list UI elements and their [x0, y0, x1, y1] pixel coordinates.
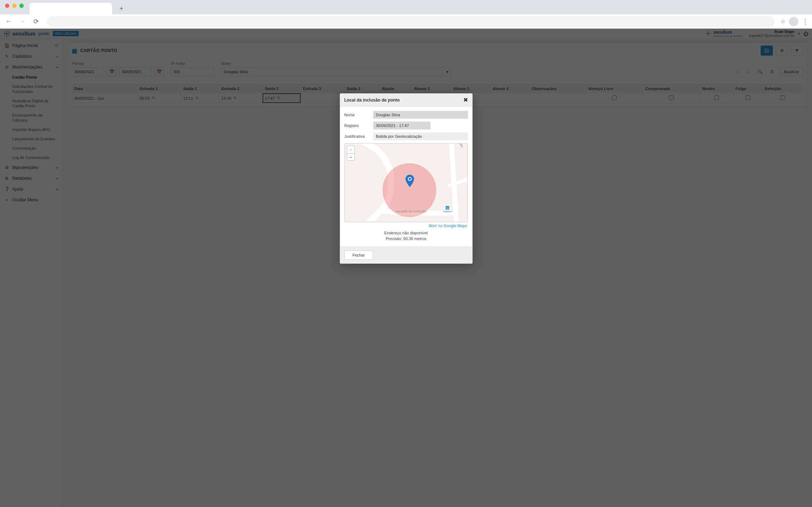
- browser-tab[interactable]: [29, 3, 112, 14]
- window-max-dot[interactable]: [19, 4, 24, 8]
- browser-menu-icon[interactable]: ⋮: [802, 18, 808, 25]
- window-controls: [4, 0, 27, 14]
- reload-button[interactable]: ⟳: [31, 17, 41, 27]
- field-registro-value: 30/09/2021 - 17:47: [373, 122, 431, 130]
- accuracy-circle: [382, 163, 436, 217]
- window-min-dot[interactable]: [12, 4, 17, 8]
- zoom-in-button[interactable]: +: [347, 146, 354, 153]
- modal-overlay: Local da inclusão de ponto ✖ Nome Dougla…: [0, 29, 812, 507]
- modal-title: Local da inclusão de ponto: [344, 98, 400, 103]
- close-icon[interactable]: ✖: [463, 97, 468, 103]
- map-zoom-control: + −: [347, 146, 355, 161]
- bus-icon: 🚌: [446, 206, 449, 210]
- bookmark-icon[interactable]: ☆: [780, 18, 785, 25]
- field-nome-label: Nome: [344, 113, 370, 117]
- bus-stop-marker: 🚌 Valetec: [443, 206, 452, 213]
- address-line2: Precisão: 50.38 metros: [344, 236, 468, 241]
- map[interactable]: + − Alameda da Inovação Avenida Edgar 🚌 …: [344, 143, 468, 222]
- zoom-out-button[interactable]: −: [347, 153, 354, 160]
- browser-tabbar: +: [0, 0, 812, 14]
- map-marker-icon: [405, 174, 414, 187]
- map-road-label: Alameda da Inovação: [395, 210, 426, 213]
- fechar-button[interactable]: Fechar: [344, 250, 373, 260]
- address-bar[interactable]: [47, 16, 775, 27]
- field-nome-value: Douglas Silva: [373, 111, 468, 119]
- forward-button[interactable]: →: [17, 17, 27, 27]
- profile-avatar[interactable]: [789, 17, 798, 26]
- modal-local-inclusao: Local da inclusão de ponto ✖ Nome Dougla…: [340, 93, 473, 264]
- open-google-maps-link[interactable]: Abrir no Google Maps: [429, 224, 467, 228]
- svg-point-15: [408, 178, 411, 180]
- back-button[interactable]: ←: [4, 17, 14, 27]
- window-close-dot[interactable]: [5, 4, 9, 8]
- address-line1: Endereço não disponível: [344, 230, 468, 236]
- field-registro-label: Registro: [344, 123, 370, 128]
- bus-stop-label: Valetec: [443, 210, 452, 213]
- new-tab-button[interactable]: +: [116, 4, 126, 14]
- field-justificativa-value: Batida por Geolocalização: [373, 132, 468, 140]
- browser-toolbar: ← → ⟳ ☆ ⋮: [0, 14, 812, 29]
- field-justificativa-label: Justificativa: [344, 134, 370, 139]
